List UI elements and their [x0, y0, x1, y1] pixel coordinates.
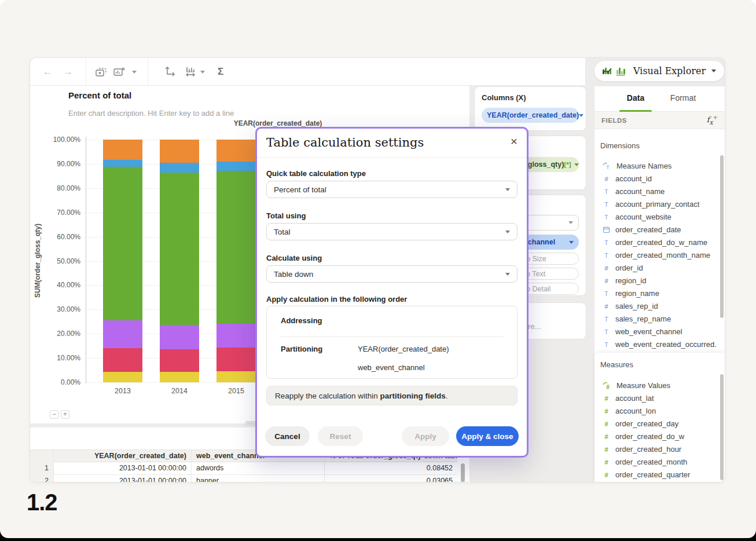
aggregate-sigma-icon[interactable]: Σ — [214, 58, 227, 86]
duplicate-chart-icon[interactable] — [94, 58, 108, 86]
bar-segment-segment-yellow[interactable] — [160, 372, 199, 382]
dimensions-section-label: Dimensions — [600, 141, 640, 150]
bar-segment-segment-purple[interactable] — [160, 325, 199, 349]
field-item-order-created-month-name[interactable]: Torder_created_month_name — [603, 248, 716, 261]
bar-segment-segment-green[interactable] — [216, 171, 256, 324]
field-item-order-created-date[interactable]: order_created_date — [603, 223, 716, 236]
field-item-measure-names[interactable]: TMeasure Names — [603, 159, 716, 172]
add-formula-icon[interactable]: fx+ — [707, 114, 718, 126]
field-item-order-created-day[interactable]: #order_created_day — [603, 417, 716, 430]
text-icon: T — [603, 290, 610, 297]
panel-splitter-handle[interactable] — [245, 421, 255, 425]
close-icon[interactable]: × — [511, 135, 518, 147]
screenshot-card: ← → Σ Percent of total Enter chart descr — [0, 0, 756, 538]
table-row[interactable]: 22013-01-01 00:00:00banner0.03065 — [30, 475, 457, 482]
reset-button[interactable]: Reset — [318, 426, 363, 446]
bar-size-icon[interactable] — [184, 58, 198, 86]
field-item-order-created-hour[interactable]: #order_created_hour — [603, 443, 716, 455]
field-item-sales-rep-id[interactable]: #sales_rep_id — [603, 299, 716, 312]
bar-segment-segment-orange[interactable] — [160, 140, 199, 163]
bar-segment-segment-red[interactable] — [216, 348, 256, 371]
swap-axes-icon[interactable] — [163, 58, 177, 86]
field-item-account-lon[interactable]: #account_lon — [603, 404, 716, 417]
field-item-region-id[interactable]: #region_id — [603, 274, 716, 287]
chart-title[interactable]: Percent of total — [68, 90, 131, 100]
svg-text:#: # — [604, 394, 608, 401]
zoom-in-button[interactable]: + — [61, 410, 69, 419]
bar-segment-segment-green[interactable] — [160, 173, 199, 324]
table-header-cell[interactable]: YEAR(order_created_date) — [53, 450, 191, 463]
field-item-account-id[interactable]: #account_id — [603, 172, 716, 185]
table-header-cell[interactable] — [30, 450, 53, 463]
bar-segment-segment-orange[interactable] — [103, 140, 142, 160]
field-item-order-created-quarter[interactable]: #order_created_quarter — [603, 468, 716, 481]
measures-scrollbar[interactable] — [720, 374, 724, 480]
partitioning-field[interactable]: web_event_channel — [358, 363, 425, 372]
bar-segment-segment-red[interactable] — [103, 348, 142, 372]
bar-segment-segment-blue[interactable] — [216, 162, 256, 171]
field-item-order-created-week[interactable]: #order_created_week — [603, 481, 716, 482]
field-item-order-created-do-w-name[interactable]: Torder_created_do_w_name — [603, 236, 716, 248]
cancel-button[interactable]: Cancel — [265, 426, 310, 446]
stacked-bar-2013[interactable] — [103, 140, 142, 382]
app-switcher[interactable]: Visual Explorer — [594, 60, 725, 82]
svg-text:T: T — [604, 290, 608, 297]
field-item-order-created-month[interactable]: #order_created_month — [603, 455, 716, 468]
field-item-web-event-created-occurred-[interactable]: Tweb_event_created_occurred... — [603, 338, 716, 350]
bar-segment-segment-purple[interactable] — [103, 320, 142, 348]
table-row[interactable]: 12013-01-01 00:00:00adwords0.08452 — [30, 462, 457, 475]
field-item-account-name[interactable]: Taccount_name — [603, 185, 716, 198]
apply-close-button[interactable]: Apply & close — [456, 426, 519, 446]
stacked-bar-2015[interactable] — [216, 140, 256, 382]
text-icon: T — [603, 200, 610, 208]
number-icon: # — [603, 445, 610, 453]
bar-segment-segment-blue[interactable] — [103, 160, 142, 167]
number-icon: # — [603, 394, 610, 402]
field-item-account-lat[interactable]: #account_lat — [603, 392, 716, 404]
number-icon: # — [603, 175, 610, 182]
zoom-out-button[interactable]: − — [50, 410, 58, 419]
number-icon: # — [603, 407, 610, 415]
field-label: order_created_day — [615, 419, 678, 428]
bar-segment-segment-blue[interactable] — [160, 163, 199, 173]
bar-segment-segment-orange[interactable] — [216, 140, 256, 162]
chart-description[interactable]: Enter chart description. Hit Enter key t… — [68, 109, 234, 118]
field-item-account-website[interactable]: Taccount_website — [603, 210, 716, 223]
tab-format[interactable]: Format — [670, 93, 696, 103]
field-item-order-id[interactable]: #order_id — [603, 261, 716, 274]
field-item-web-event-channel[interactable]: Tweb_event_channel — [603, 325, 716, 338]
field-item-account-primary-contact[interactable]: Taccount_primary_contact — [603, 198, 716, 210]
back-arrow-icon[interactable]: ← — [42, 58, 53, 86]
partitioning-field[interactable]: YEAR(order_created_date) — [358, 345, 449, 353]
field-item-measure-values[interactable]: #Measure Values — [603, 379, 716, 392]
measure-values-icon: # — [603, 382, 611, 389]
y-tick-label: 60.00% — [57, 233, 80, 241]
svg-text:#: # — [604, 471, 608, 478]
tab-data[interactable]: Data — [627, 93, 644, 103]
table-calculation-settings-dialog: Table calculation settings × Quick table… — [255, 127, 529, 458]
apply-button[interactable]: Apply — [402, 426, 449, 446]
field-item-region-name[interactable]: Tregion_name — [603, 287, 716, 299]
remove-chart-icon[interactable] — [112, 58, 126, 86]
quick-calc-value: Percent of total — [274, 185, 326, 194]
columns-pill[interactable]: YEAR(order_created_date) — [482, 108, 579, 123]
bar-segment-segment-purple[interactable] — [216, 324, 256, 348]
bar-segment-segment-yellow[interactable] — [103, 372, 142, 382]
bar-size-caret-icon[interactable] — [199, 58, 206, 86]
svg-text:T: T — [604, 239, 608, 246]
calculate-using-label: Calculate using — [266, 254, 322, 262]
total-using-select[interactable]: Total — [266, 223, 518, 240]
forward-arrow-icon[interactable]: → — [63, 58, 74, 86]
dimensions-scrollbar[interactable] — [720, 155, 724, 318]
field-item-order-created-do-w[interactable]: #order_created_do_w — [603, 430, 716, 443]
calculate-using-select[interactable]: Table down — [266, 265, 518, 283]
bar-segment-segment-yellow[interactable] — [216, 371, 256, 382]
bar-segment-segment-red[interactable] — [160, 349, 199, 372]
quick-calc-select[interactable]: Percent of total — [266, 181, 518, 198]
table-scrollbar[interactable] — [461, 463, 465, 482]
remove-chart-caret-icon[interactable] — [131, 58, 138, 86]
svg-text:T: T — [604, 341, 608, 348]
bar-segment-segment-green[interactable] — [103, 167, 142, 320]
stacked-bar-2014[interactable] — [160, 140, 199, 382]
field-item-sales-rep-name[interactable]: Tsales_rep_name — [603, 312, 716, 325]
